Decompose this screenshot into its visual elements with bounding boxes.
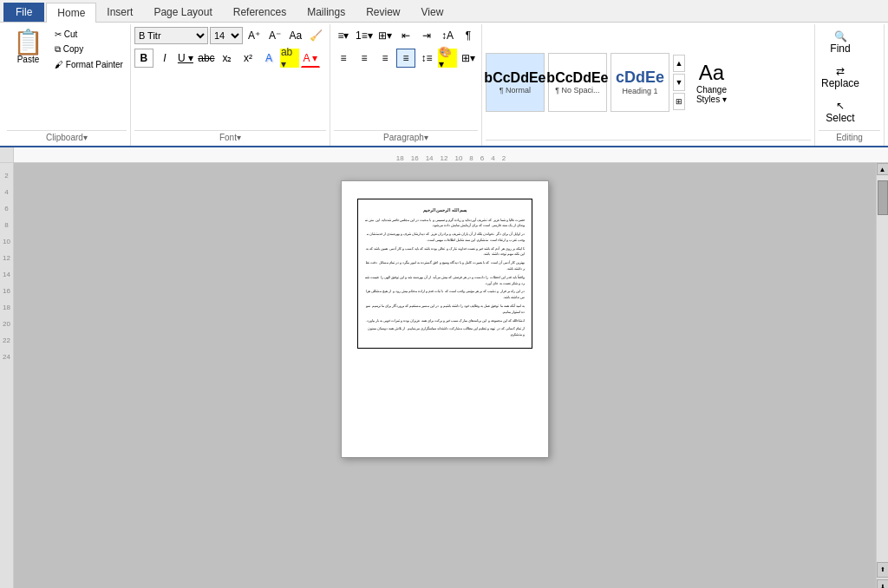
tab-page-layout[interactable]: Page Layout (143, 3, 222, 22)
sort-button[interactable]: ↕A (438, 26, 457, 45)
bullets-button[interactable]: ≡▾ (334, 26, 353, 45)
left-ruler: 24681012141618202224 (0, 163, 14, 588)
font-group: B Titr 14 A⁺ A⁻ Aа 🧹 B I U ▾ abc x₂ x² A… (131, 24, 330, 146)
page-text-content: بسم الله الرحمن الرحیم حضرت عالیا و شما … (365, 206, 525, 338)
styles-scroll-expand[interactable]: ⊞ (673, 93, 685, 110)
tab-references[interactable]: References (223, 3, 297, 22)
clipboard-label: Clipboard ▾ (7, 130, 127, 144)
tab-insert[interactable]: Insert (96, 3, 143, 22)
styles-scroll: ▲ ▼ ⊞ (673, 55, 685, 110)
style-nospace-text: bCcDdEe (546, 70, 608, 86)
scroll-page-up[interactable]: ⬆ (877, 562, 889, 578)
select-icon: ↖ (836, 100, 845, 112)
change-styles-button[interactable]: Aa ChangeStyles ▾ (689, 55, 735, 110)
scroll-thumb[interactable] (878, 180, 888, 215)
tab-file[interactable]: File (3, 3, 44, 22)
clipboard-group: 📋 Paste ✂ Cut ⧉ Copy 🖌 Format Painter Cl… (3, 24, 131, 146)
underline-button[interactable]: U ▾ (176, 49, 195, 68)
italic-button[interactable]: I (155, 49, 174, 68)
style-nospace-button[interactable]: bCcDdEe ¶ No Spaci... (548, 53, 607, 112)
editing-group: 🔍 Find ⇄ Replace ↖ Select Editing (815, 24, 885, 146)
ruler-corner (0, 147, 14, 162)
subscript-button[interactable]: x₂ (218, 49, 237, 68)
format-painter-button[interactable]: 🖌 Format Painter (51, 58, 127, 71)
replace-icon: ⇄ (836, 65, 845, 77)
document-scroll[interactable]: بسم الله الرحمن الرحیم حضرت عالیا و شما … (14, 163, 876, 588)
style-normal-text: bCcDdEe (484, 70, 545, 86)
style-normal-label: ¶ Normal (500, 86, 531, 95)
styles-scroll-down[interactable]: ▼ (673, 74, 685, 91)
text-highlight-button[interactable]: ab ▾ (280, 49, 299, 68)
superscript-button[interactable]: x² (238, 49, 258, 68)
ruler: 18 16 14 12 10 8 6 4 2 (0, 147, 888, 163)
justify-button[interactable]: ≡ (396, 49, 415, 68)
replace-button[interactable]: ⇄ Replace (819, 61, 862, 94)
find-label: Find (830, 42, 850, 55)
vertical-scrollbar[interactable]: ▲ ⬆ ⬇ ▼ (876, 163, 888, 588)
find-button[interactable]: 🔍 Find (819, 26, 862, 59)
tab-review[interactable]: Review (356, 3, 410, 22)
select-button[interactable]: ↖ Select (819, 95, 862, 128)
page-border: بسم الله الرحمن الرحیم حضرت عالیا و شما … (357, 199, 532, 349)
style-heading1-button[interactable]: cDdEe Heading 1 (610, 53, 669, 112)
paste-label: Paste (17, 55, 40, 64)
multilevel-button[interactable]: ⊞▾ (375, 26, 395, 45)
ruler-main: 18 16 14 12 10 8 6 4 2 (14, 147, 888, 162)
styles-group: bCcDdEe ¶ Normal bCcDdEe ¶ No Spaci... c… (482, 24, 815, 146)
document-area: 24681012141618202224 بسم الله الرحمن الر… (0, 163, 888, 588)
document-page: بسم الله الرحمن الرحیم حضرت عالیا و شما … (341, 180, 549, 458)
style-normal-button[interactable]: bCcDdEe ¶ Normal (486, 53, 545, 112)
font-color-button[interactable]: A ▾ (301, 49, 320, 68)
bold-button[interactable]: B (134, 49, 153, 68)
font-label: Font ▾ (134, 130, 326, 144)
cut-button[interactable]: ✂ Cut (51, 28, 127, 41)
borders-button[interactable]: ⊞▾ (459, 49, 478, 68)
center-button[interactable]: ≡ (355, 49, 374, 68)
styles-label: Styles (486, 140, 811, 144)
grow-font-button[interactable]: A⁺ (245, 26, 264, 45)
paste-icon: 📋 (13, 30, 43, 55)
replace-label: Replace (821, 77, 859, 89)
change-case-button[interactable]: Aа (286, 26, 305, 45)
style-heading1-label: Heading 1 (622, 87, 657, 95)
increase-indent-button[interactable]: ⇥ (417, 26, 436, 45)
align-left-button[interactable]: ≡ (334, 49, 353, 68)
clear-formatting-button[interactable]: 🧹 (307, 26, 326, 45)
scroll-up-button[interactable]: ▲ (877, 163, 889, 175)
change-styles-label: ChangeStyles ▾ (696, 85, 727, 104)
font-name-select[interactable]: B Titr (134, 27, 208, 44)
shrink-font-button[interactable]: A⁻ (265, 26, 284, 45)
show-hide-button[interactable]: ¶ (459, 26, 478, 45)
paste-button[interactable]: 📋 Paste (7, 26, 49, 69)
styles-scroll-up[interactable]: ▲ (673, 55, 685, 72)
ribbon-tabs: File Home Insert Page Layout References … (0, 0, 888, 23)
shading-button[interactable]: 🎨▾ (438, 49, 457, 68)
font-size-select[interactable]: 14 (210, 27, 243, 44)
numbering-button[interactable]: 1≡▾ (355, 26, 374, 45)
clipboard-right: ✂ Cut ⧉ Copy 🖌 Format Painter (51, 26, 127, 71)
editing-label: Editing (819, 130, 880, 144)
find-icon: 🔍 (834, 30, 847, 42)
select-label: Select (826, 112, 854, 124)
change-styles-icon: Aa (699, 61, 724, 85)
tab-home[interactable]: Home (46, 3, 96, 23)
text-effects-button[interactable]: A (259, 49, 278, 68)
decrease-indent-button[interactable]: ⇤ (396, 26, 415, 45)
ribbon: 📋 Paste ✂ Cut ⧉ Copy 🖌 Format Painter Cl… (0, 23, 888, 147)
style-heading1-text: cDdEe (616, 69, 664, 87)
tab-mailings[interactable]: Mailings (297, 3, 356, 22)
paragraph-label: Paragraph ▾ (334, 130, 478, 144)
strikethrough-button[interactable]: abc (197, 49, 216, 68)
scroll-page-down[interactable]: ⬇ (877, 579, 889, 588)
align-right-button[interactable]: ≡ (375, 49, 395, 68)
paragraph-group: ≡▾ 1≡▾ ⊞▾ ⇤ ⇥ ↕A ¶ ≡ ≡ ≡ ≡ ↕≡ 🎨▾ ⊞▾ Para… (330, 24, 482, 146)
style-nospace-label: ¶ No Spaci... (555, 86, 599, 95)
copy-button[interactable]: ⧉ Copy (51, 42, 127, 56)
line-spacing-button[interactable]: ↕≡ (417, 49, 436, 68)
tab-view[interactable]: View (411, 3, 454, 22)
